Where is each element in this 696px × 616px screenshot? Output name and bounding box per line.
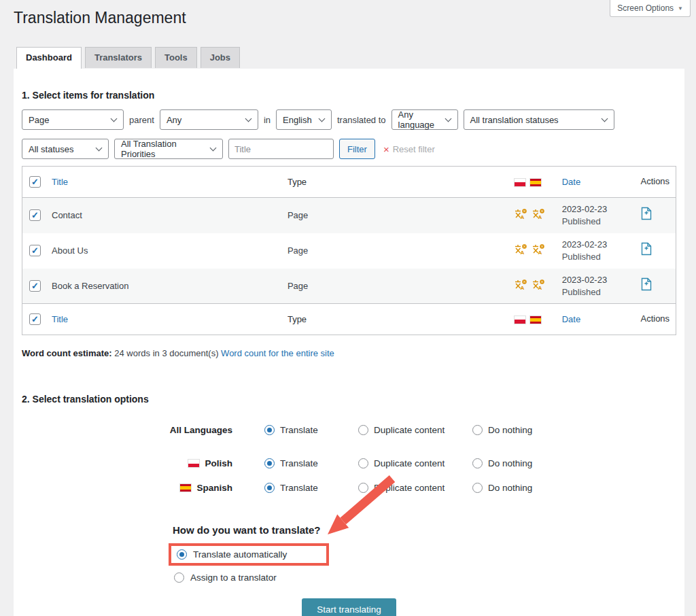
tab-jobs[interactable]: Jobs [201,47,240,68]
select-all-checkbox[interactable]: ✓ [29,313,41,325]
translation-status-cell: A A [509,198,557,233]
item-type: Page [282,233,509,269]
row-checkbox[interactable]: ✓ [29,245,41,256]
chevron-down-icon [319,116,326,122]
svg-text:A: A [520,284,524,290]
sort-title-link[interactable]: Title [52,177,68,187]
svg-text:A: A [520,214,524,220]
add-note-button[interactable] [640,242,652,258]
not-translated-icon: A [515,209,527,222]
svg-text:A: A [520,250,524,256]
not-translated-icon: A [532,209,544,222]
item-title: About Us [52,245,88,256]
chevron-down-icon [210,145,217,152]
select-all-checkbox[interactable]: ✓ [29,176,41,188]
chevron-down-icon [601,116,608,122]
word-count-text: 24 words in 3 document(s) [114,348,218,358]
language-label: Polish [22,458,232,468]
tab-dashboard[interactable]: Dashboard [16,47,82,69]
chevron-down-icon [96,145,103,152]
radio-translate[interactable] [264,483,275,493]
section1-heading: 1. Select items for translation [22,69,676,101]
sort-date-link[interactable]: Date [562,177,580,187]
translation-status-select[interactable]: All translation statuses [464,109,614,130]
item-title: Contact [52,210,82,220]
spanish-flag-icon [180,484,191,492]
add-note-button[interactable] [640,207,652,222]
type-column-header: Type [282,167,509,198]
translation-management-screen: Screen Options ▼ Translation Management … [0,0,696,616]
table-row: ✓ Book a Reservation Page A A 2023-02-23… [22,269,676,304]
check-icon: ✓ [31,211,39,220]
tab-tools[interactable]: Tools [155,47,197,68]
row-checkbox[interactable]: ✓ [29,209,41,221]
item-date: 2023-02-23 [562,239,630,250]
language-flags-header [509,304,557,335]
language-label: All Languages [22,425,232,435]
polish-flag-icon [188,460,199,467]
dashboard-panel: 1. Select items for translation Page par… [14,69,684,616]
page-title: Translation Management [14,9,186,27]
check-icon: ✓ [31,315,39,324]
radio-do-nothing[interactable] [472,483,483,493]
radio-assign-to-translator[interactable] [174,572,184,583]
check-icon: ✓ [31,177,39,186]
translation-status-cell: A A [509,269,557,304]
start-translating-button[interactable]: Start translating [302,598,396,616]
radio-translate[interactable] [264,425,275,435]
radio-duplicate-content[interactable] [358,425,368,435]
chevron-down-icon [111,116,118,122]
chevron-down-icon [245,116,251,122]
word-count-label: Word count estimate: [22,348,112,358]
reset-filter-link[interactable]: × Reset filter [383,144,435,154]
radio-translate-automatically[interactable] [177,549,187,560]
word-count-link[interactable]: Word count for the entire site [221,348,334,358]
table-footer-row: ✓ Title Type Date Actions [22,304,676,335]
how-to-translate-block: How do you want to translate? Translate … [173,524,676,583]
options-row-all-languages: All Languages Translate Duplicate conten… [22,425,676,435]
tab-translators[interactable]: Translators [85,47,152,68]
filter-button[interactable]: Filter [339,139,375,159]
polish-flag-icon [515,316,525,324]
status-select[interactable]: All statuses [22,139,109,159]
word-count-line: Word count estimate: 24 words in 3 docum… [22,348,676,358]
not-translated-icon: A [515,279,527,292]
type-column-header: Type [282,304,509,335]
sort-date-link[interactable]: Date [562,314,580,324]
radio-translate[interactable] [264,458,275,468]
item-status: Published [562,216,630,226]
post-type-select[interactable]: Page [22,109,124,130]
sort-title-link[interactable]: Title [52,314,68,324]
source-language-select[interactable]: English [276,109,332,130]
how-heading: How do you want to translate? [173,524,676,536]
radio-do-nothing[interactable] [472,425,483,435]
not-translated-icon: A [532,244,544,257]
actions-column-header: Actions [635,167,676,198]
radio-do-nothing[interactable] [472,458,483,468]
spanish-flag-icon [530,179,541,186]
translation-status-cell: A A [509,233,557,269]
screen-options-button[interactable]: Screen Options ▼ [610,0,691,17]
row-checkbox[interactable]: ✓ [29,280,41,292]
filter-row-2: All statuses All Translation Priorities … [22,139,676,159]
translated-to-label: translated to [337,115,386,125]
item-type: Page [282,269,509,304]
close-icon: × [383,144,389,154]
radio-duplicate-content[interactable] [358,483,368,493]
priority-select[interactable]: All Translation Priorities [114,139,223,159]
screen-options-label: Screen Options [617,3,674,13]
title-search-input[interactable] [228,139,334,159]
filter-row-1: Page parent Any in English translated to… [22,109,676,130]
section2-heading: 2. Select translation options [22,394,676,405]
language-label: Spanish [22,483,232,493]
annotation-highlight-box: Translate automatically [169,543,329,566]
caret-down-icon: ▼ [678,5,683,12]
item-date: 2023-02-23 [562,204,630,214]
radio-duplicate-content[interactable] [358,458,368,468]
not-translated-icon: A [515,244,527,257]
add-note-button[interactable] [640,277,652,293]
parent-label: parent [129,115,154,125]
target-language-select[interactable]: Any language [392,109,458,130]
parent-select[interactable]: Any [160,109,258,130]
tab-bar: Dashboard Translators Tools Jobs [16,47,240,68]
